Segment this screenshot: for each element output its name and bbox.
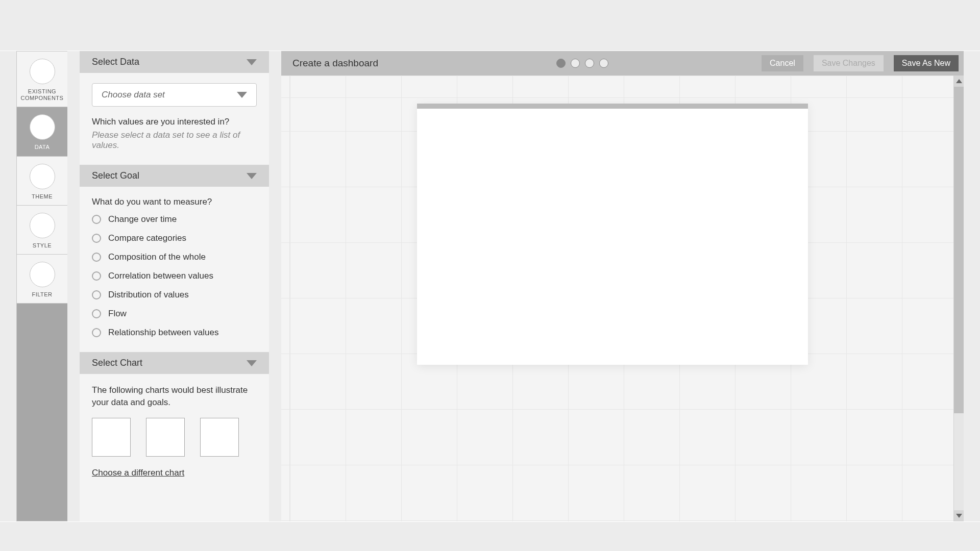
section-title: Select Chart (92, 358, 142, 368)
tab-style[interactable]: STYLE (17, 206, 67, 255)
chevron-down-icon (237, 92, 247, 98)
save-as-new-button[interactable]: Save As New (894, 55, 959, 71)
section-title: Select Data (92, 57, 139, 67)
tab-circle-icon (30, 262, 55, 287)
main-area: Create a dashboard Cancel Save Changes S… (281, 51, 964, 521)
radio-composition[interactable]: Composition of the whole (92, 252, 257, 262)
step-dot-4[interactable] (599, 59, 608, 68)
radio-icon (92, 309, 101, 318)
component-titlebar[interactable] (417, 104, 808, 109)
header-bar: Create a dashboard Cancel Save Changes S… (281, 51, 964, 76)
radio-change-over-time[interactable]: Change over time (92, 214, 257, 224)
section-body-select-chart: The following charts would best illustra… (80, 374, 269, 492)
tab-circle-icon (30, 164, 55, 189)
radio-icon (92, 253, 101, 262)
page-title: Create a dashboard (292, 58, 546, 69)
chevron-down-icon (247, 173, 257, 179)
radio-label: Relationship between values (108, 328, 218, 338)
chevron-down-icon (247, 360, 257, 366)
tab-circle-icon (30, 114, 55, 140)
chart-suggestion-1[interactable] (92, 418, 131, 457)
dashboard-canvas[interactable] (281, 76, 953, 521)
tab-label: EXISTING COMPONENTS (19, 88, 65, 102)
radio-relationship[interactable]: Relationship between values (92, 328, 257, 338)
tab-label: THEME (32, 193, 53, 200)
choose-different-chart-link[interactable]: Choose a different chart (92, 468, 184, 478)
radio-label: Change over time (108, 214, 177, 224)
chart-suggestion-2[interactable] (146, 418, 185, 457)
save-changes-button: Save Changes (814, 55, 884, 71)
radio-icon (92, 328, 101, 337)
radio-flow[interactable]: Flow (92, 309, 257, 319)
scroll-up-button[interactable] (954, 76, 964, 87)
dropdown-placeholder: Choose data set (102, 90, 165, 100)
bottom-banner (0, 521, 980, 551)
values-question: Which values are you interested in? (92, 117, 257, 127)
configuration-sidebar: Select Data Choose data set Which values… (80, 51, 269, 521)
tab-circle-icon (30, 59, 55, 84)
canvas-wrapper (281, 76, 964, 521)
section-header-select-goal[interactable]: Select Goal (80, 165, 269, 187)
radio-label: Compare categories (108, 233, 186, 243)
radio-distribution[interactable]: Distribution of values (92, 290, 257, 300)
tab-filter[interactable]: FILTER (17, 255, 67, 304)
step-dot-3[interactable] (585, 59, 594, 68)
radio-label: Flow (108, 309, 127, 319)
side-tab-rail: EXISTING COMPONENTS DATA THEME STYLE FIL… (16, 51, 67, 521)
step-progress (556, 59, 608, 68)
radio-compare-categories[interactable]: Compare categories (92, 233, 257, 243)
chart-suggestion-3[interactable] (200, 418, 239, 457)
section-header-select-chart[interactable]: Select Chart (80, 352, 269, 374)
chevron-down-icon (247, 59, 257, 65)
section-title: Select Goal (92, 170, 139, 181)
vertical-scrollbar[interactable] (953, 76, 964, 521)
cancel-button[interactable]: Cancel (762, 55, 803, 71)
tab-theme[interactable]: THEME (17, 157, 67, 206)
section-body-select-goal: What do you want to measure? Change over… (80, 187, 269, 352)
radio-label: Correlation between values (108, 271, 213, 281)
step-dot-2[interactable] (571, 59, 580, 68)
chart-thumbnails (92, 418, 257, 457)
radio-icon (92, 290, 101, 299)
grid-header-row (281, 76, 953, 98)
step-dot-1[interactable] (556, 59, 566, 68)
tab-label: STYLE (33, 242, 52, 249)
values-hint: Please select a data set to see a list o… (92, 130, 257, 151)
radio-icon (92, 271, 101, 281)
radio-icon (92, 234, 101, 243)
triangle-down-icon (956, 514, 962, 518)
goal-question: What do you want to measure? (92, 197, 257, 207)
radio-correlation[interactable]: Correlation between values (92, 271, 257, 281)
scroll-track[interactable] (954, 413, 964, 510)
radio-label: Composition of the whole (108, 252, 206, 262)
dataset-dropdown[interactable]: Choose data set (92, 83, 257, 107)
section-body-select-data: Choose data set Which values are you int… (80, 73, 269, 165)
grid-header-col (281, 76, 290, 521)
triangle-up-icon (956, 79, 962, 83)
tab-circle-icon (30, 213, 55, 238)
radio-label: Distribution of values (108, 290, 189, 300)
tab-data[interactable]: DATA (17, 107, 67, 156)
goal-radio-list: Change over time Compare categories Comp… (92, 214, 257, 338)
chart-description: The following charts would best illustra… (92, 384, 257, 409)
component-placeholder[interactable] (417, 104, 808, 365)
tab-label: FILTER (32, 291, 52, 298)
scroll-down-button[interactable] (954, 510, 964, 521)
radio-icon (92, 215, 101, 224)
top-banner (0, 0, 980, 51)
scroll-thumb[interactable] (954, 87, 964, 413)
section-header-select-data[interactable]: Select Data (80, 51, 269, 73)
tab-existing-components[interactable]: EXISTING COMPONENTS (17, 52, 67, 107)
tab-label: DATA (35, 144, 50, 151)
